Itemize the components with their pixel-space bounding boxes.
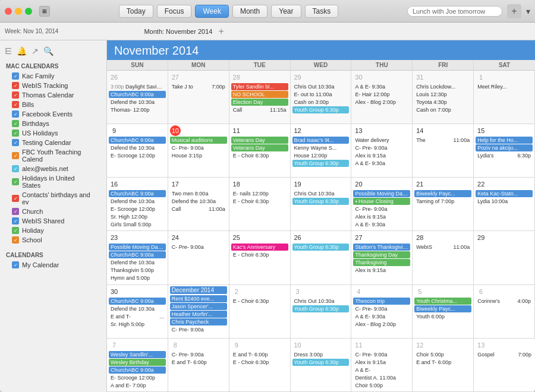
cell-dec10[interactable]: 10 Dress 3:00p Youth Group 6:30p [291,339,352,392]
cell-dec4[interactable]: 4 Thescon trip C- Pre- 9:00a A & E- 9:30… [351,285,413,339]
cell-dec2[interactable]: 2 E - Choir 6:30p [229,285,291,339]
school-checkbox[interactable]: ✓ [12,236,19,244]
cell-nov7[interactable]: 14 The 11:00a [413,124,474,178]
month-button[interactable]: Month [232,5,268,18]
cell-nov25[interactable]: 25 Kac's Anniversary E - Choir 6:30p [229,231,291,284]
cell-dec13[interactable]: 13 Gospel 7:00p [474,339,535,392]
cell-dec11[interactable]: 11 C- Pre- 9:00a Alex is 9:15a A & E- De… [351,339,413,392]
cell-nov30[interactable]: 30 ChurchABC 9:00a Defend the 10:30a E a… [107,285,168,339]
day-header-thu: THU [351,60,413,70]
cell-oct27[interactable]: 27 Take J to 7:00p [168,71,229,124]
sidebar-item-fbc-youth[interactable]: ✓ FBC Youth Teaching Calend [6,147,100,164]
days-header: SUN MON TUE WED THU FRI SAT [107,60,535,71]
cell-nov26[interactable]: 26 Youth Group 6:30p [291,231,352,284]
cell-oct28[interactable]: 28 Tyler Sandlin bl... NO SCHOOL Electio… [229,71,291,124]
sidebar-item-church[interactable]: ✓ Church [6,207,100,216]
fbc-youth-checkbox[interactable]: ✓ [12,152,19,159]
sidebar-item-school[interactable]: ✓ School [6,235,100,245]
cell-nov3[interactable]: 10 Musical auditions C- Pre- 9:00a House… [168,124,229,178]
cell-dec6[interactable]: 6 Corinne's 4:00p [474,285,535,339]
sidebar-item-testing-calendar[interactable]: ✓ Testing Calendar [6,138,100,147]
cell-dec8[interactable]: 8 C- Pre- 9:00a E and T- 6:00p [168,339,229,392]
cell-nov22[interactable]: 22 Keta Kac-Stato... Lydia 10:00a [474,178,535,231]
cell-oct26[interactable]: 26 3:00p Daylight Saving... ChurchABC 9:… [107,71,168,124]
cell-nov1[interactable]: 1 Meet Riley... [474,71,535,124]
cell-nov4[interactable]: 11 Veterans Day Veterans Day E - Choir 6… [229,124,291,178]
church-checkbox[interactable]: ✓ [12,208,19,215]
contacts-birthdays-checkbox[interactable]: ✓ [12,195,19,202]
holidays-us-checkbox[interactable]: ✓ [12,178,19,185]
focus-button[interactable]: Focus [157,5,192,18]
day-header-wed: WED [291,60,352,70]
year-button[interactable]: Year [271,5,301,18]
maximize-button[interactable] [25,8,32,15]
cell-nov18[interactable]: 18 E- nails 12:00p E - Choir 6:30p [229,178,291,231]
search-icon[interactable]: 🔍 [43,46,54,56]
thomas-calendar-checkbox[interactable]: ✓ [12,91,19,99]
add-button[interactable]: + [507,4,521,18]
close-button[interactable] [5,8,12,15]
cell-nov17[interactable]: 17 Two men 8:00a Defend the 10:30a Call … [168,178,229,231]
holiday-checkbox[interactable]: ✓ [12,227,19,234]
webis-tracking-checkbox[interactable]: ✓ [12,82,19,89]
cell-dec7[interactable]: 7 Wesley Sandlin'... Wesley Birthday Chu… [107,339,168,392]
cell-nov24[interactable]: 24 C- Pre- 9:00a [168,231,229,284]
add-calendar-icon[interactable]: 🔔 [17,46,27,56]
cell-nov8[interactable]: 15 Help for the Ho... Poziv na akciju...… [474,124,535,178]
arrow-button[interactable]: ▾ [526,7,530,16]
sidebar-item-bills[interactable]: ✓ Bills [6,100,100,109]
my-calendar-checkbox[interactable]: ✓ [12,261,19,268]
sidebar-item-thomas-calendar[interactable]: ✓ Thomas Calendar [6,90,100,100]
sidebar-item-facebook-events[interactable]: ✓ Facebook Events [6,109,100,119]
cell-dec5[interactable]: 5 Youth Christma... Biweekly Payc... You… [413,285,474,339]
us-holidays-checkbox[interactable]: ✓ [12,129,19,137]
sidebar-item-holiday[interactable]: ✓ Holiday [6,226,100,235]
cell-nov28[interactable]: 28 WebIS 11:00a [413,231,474,284]
minimize-button[interactable] [15,8,22,15]
sidebar-item-kac-family[interactable]: ✓ Kac Family [6,71,100,81]
week-button[interactable]: Week [195,5,228,18]
cell-dec1[interactable]: December 2014 Rent $2400 eve... Jason Sp… [168,285,229,339]
filter-icon[interactable]: ⋿ [5,46,12,56]
cell-nov5[interactable]: 12 Brad Isaac's 9t... Kenny Wayne S... H… [291,124,352,178]
sidebar-item-holidays-us[interactable]: ✓ Holidays in United States [6,173,100,190]
search-box[interactable]: Lunch with Joe tomorrow [407,6,502,17]
cell-oct29[interactable]: 29 Chris Out 10:30a E- out to 11:00a Cas… [291,71,352,124]
tasks-button[interactable]: Tasks [305,5,339,18]
bills-checkbox[interactable]: ✓ [12,101,19,108]
cell-nov2[interactable]: 9 ChurchABC 9:00a Defend the 10:30a E- S… [107,124,168,178]
today-button[interactable]: Today [119,5,153,18]
sidebar-item-alex-webis[interactable]: ✓ alex@webis.net [6,164,100,173]
share-icon[interactable]: ↗ [32,46,39,56]
cell-dec3[interactable]: 3 Chris Out 10:30a Youth Group 6:30p [291,285,352,339]
cell-nov6[interactable]: 13 Water delivery C- Pre- 9:00a Alex is … [351,124,413,178]
cell-nov20[interactable]: 20 Possible Moving Dates ▪ House Closing… [351,178,413,231]
titlebar: ⊞ Today Focus Week Month Year Tasks Lunc… [0,0,535,23]
sidebar-item-webis-tracking[interactable]: ✓ WebIS Tracking [6,81,100,90]
cell-dec12[interactable]: 12 Choir 5:00p E and T- 6:00p [413,339,474,392]
cell-nov27[interactable]: 27 Statton's Thanksgiving visit Thanksgi… [351,231,413,284]
cell-nov23[interactable]: 23 Possible Moving Dates ChurchABC 9:00a… [107,231,168,284]
add-month-button[interactable]: + [218,26,224,37]
sidebar-item-my-calendar[interactable]: ✓ My Calendar [6,260,100,270]
cell-nov16[interactable]: 16 ChurchABC 9:00a Defend the 10:30a E- … [107,178,168,231]
cell-dec9[interactable]: 9 E and T- 6:00p E - Choir 6:30p [229,339,291,392]
calendar-header: November 2014 [107,40,535,60]
testing-calendar-checkbox[interactable]: ✓ [12,139,19,146]
sidebar-item-contacts-birthdays[interactable]: ✓ Contacts' birthdays and ev [6,190,100,207]
cell-nov21[interactable]: 21 Biweekly Payc... Taming of 7:00p [413,178,474,231]
facebook-events-checkbox[interactable]: ✓ [12,110,19,118]
birthdays-checkbox[interactable]: ✓ [12,120,19,127]
webis-shared-checkbox[interactable]: ✓ [12,217,19,225]
sidebar-item-webis-shared[interactable]: ✓ WebIS Shared [6,216,100,226]
cell-oct31[interactable]: 31 Chris Lockdow... Louis 12:30p Toyota … [413,71,474,124]
sidebar-item-us-holidays[interactable]: ✓ US Holidays [6,128,100,138]
kac-family-checkbox[interactable]: ✓ [12,72,19,80]
sidebar-item-birthdays[interactable]: ✓ Birthdays [6,119,100,128]
cell-nov19[interactable]: 19 Chris Out 10:30a Youth Group 6:30p [291,178,352,231]
titlebar-center: Today Focus Week Month Year Tasks [55,5,402,18]
contacts-birthdays-label: Contacts' birthdays and ev [22,191,95,206]
cell-nov29[interactable]: 29 [474,231,535,284]
alex-webis-checkbox[interactable]: ✓ [12,165,19,172]
cell-oct30[interactable]: 30 A & E- 9:30a E- Hair 12:00p Alex - Bl… [351,71,413,124]
